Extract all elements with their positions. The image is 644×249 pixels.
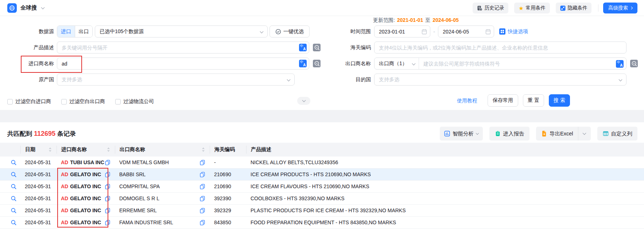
origin-country-select[interactable]: 支持多选	[57, 74, 295, 86]
cell-description: ICE CREAM FLAVOURS - HTS 210690,NO MARKS	[246, 183, 644, 189]
smart-analysis-button[interactable]: 智能分析	[440, 127, 483, 141]
data-source-selected-text: 已选中105个数据源	[100, 28, 144, 35]
copy-icon[interactable]	[200, 220, 205, 225]
table-body: 2024-05-31 ADTUBI USA INC VDM METALS GMB…	[0, 157, 644, 229]
cell-importer: ADTUBI USA INC	[57, 159, 115, 165]
quick-pick-button[interactable]: 一键优选	[269, 25, 310, 37]
app-switch-chevron-down-icon[interactable]	[41, 6, 45, 9]
favorites-button[interactable]: ★ 常用条件	[514, 3, 550, 13]
product-desc-input[interactable]	[57, 42, 309, 54]
table-row[interactable]: 2024-05-31 ADGELATO INC DOMOGEL S R L	[0, 193, 644, 205]
check-circle-icon	[275, 29, 281, 35]
sort-icon[interactable]	[107, 147, 110, 152]
row-detail-button[interactable]	[7, 183, 20, 190]
results-count: 共匹配到 112695 条记录	[7, 130, 76, 138]
translate-icon[interactable]: 中A	[299, 60, 307, 67]
chevron-down-icon	[260, 30, 264, 33]
header-date[interactable]: 日期	[20, 146, 57, 154]
copy-icon[interactable]	[200, 160, 205, 165]
importer-name-rest: GELATO INC	[70, 183, 101, 189]
hs-code-input[interactable]	[374, 42, 626, 54]
quick-options-link[interactable]: 快捷选项	[499, 28, 528, 35]
favorites-label: 常用条件	[526, 5, 546, 11]
row-detail-button[interactable]	[7, 159, 20, 166]
export-excel-label: 导出Excel	[550, 130, 573, 137]
data-source-select[interactable]: 已选中105个数据源	[95, 25, 268, 37]
tutorial-link[interactable]: 使用教程	[457, 98, 477, 104]
exporter-name: VDM METALS GMBH	[119, 159, 169, 165]
end-date-input[interactable]: 2024-06-05	[438, 25, 494, 37]
copy-icon[interactable]	[200, 184, 205, 189]
exporter-name: ERREMME SRL	[119, 208, 157, 213]
app-logo[interactable]	[7, 3, 17, 13]
checkbox-box-icon[interactable]	[7, 99, 13, 104]
filter-checkbox[interactable]: 过滤空白出口商	[61, 98, 105, 105]
form-row-dest-country: 目的国 支持多选	[314, 74, 626, 86]
save-favorite-button[interactable]: 保存常用	[488, 94, 518, 107]
checkbox-label: 过滤物流公司	[123, 98, 154, 105]
exporter-input[interactable]	[419, 61, 626, 67]
enter-report-button[interactable]: 进入报告	[489, 127, 529, 141]
start-date-input[interactable]: 2023-01-01	[374, 25, 430, 37]
tab-export[interactable]: 出口	[75, 26, 92, 37]
copy-icon[interactable]	[105, 196, 110, 201]
cell-exporter: FAMA INDUSTRIE SRL	[115, 220, 210, 225]
sort-icon[interactable]	[49, 147, 52, 152]
table-row[interactable]: 2024-05-31 ADGELATO INC BABBI SRL	[0, 169, 644, 181]
row-detail-button[interactable]	[7, 208, 20, 214]
advanced-search-button[interactable]: 高级搜索	[603, 3, 637, 13]
copy-icon[interactable]	[105, 220, 110, 225]
copy-icon[interactable]	[105, 208, 110, 213]
table-row[interactable]: 2024-05-31 ADTUBI USA INC VDM METALS GMB…	[0, 157, 644, 169]
row-detail-button[interactable]	[7, 195, 20, 202]
history-button[interactable]: 历史记录	[473, 3, 508, 13]
cell-date: 2024-05-31	[20, 159, 57, 165]
exporter-name: BABBI SRL	[119, 171, 146, 177]
filter-checkbox[interactable]: 过滤物流公司	[115, 98, 154, 105]
translate-icon[interactable]: 中A	[616, 60, 624, 68]
reset-button[interactable]: 重 置	[523, 94, 544, 107]
copy-icon[interactable]	[200, 172, 205, 177]
custom-columns-button[interactable]: 自定义列	[597, 127, 637, 141]
search-icon	[11, 183, 17, 190]
export-excel-button[interactable]: 导出Excel	[536, 127, 578, 141]
cell-description: PLASTIC PRODUCTS FOR ICE CREAM - HTS 392…	[246, 208, 644, 213]
row-detail-button[interactable]	[7, 220, 20, 226]
row-detail-button[interactable]	[7, 171, 20, 178]
collapse-form-button[interactable]	[297, 97, 310, 105]
table-row[interactable]: 2024-05-31 ADGELATO INC ERREMME SRL	[0, 205, 644, 217]
copy-icon[interactable]	[105, 160, 110, 165]
checkbox-box-icon[interactable]	[115, 99, 121, 104]
importer-match-highlight: AD	[61, 171, 68, 177]
form-row-origin-country: 原产国 支持多选	[7, 74, 295, 86]
sort-icon[interactable]	[202, 147, 205, 152]
importer-input[interactable]	[57, 58, 309, 70]
cell-date: 2024-05-31	[20, 208, 57, 213]
exporter-type-select[interactable]: 出口商（1）	[375, 58, 419, 69]
importer-name: ADGELATO INC	[61, 220, 101, 225]
export-options-button[interactable]	[578, 127, 590, 141]
table-row[interactable]: 2024-05-31 ADGELATO INC COMPRITAL SPA	[0, 181, 644, 193]
translate-icon[interactable]: 中A	[299, 44, 307, 51]
copy-icon[interactable]	[105, 184, 110, 189]
copy-icon[interactable]	[200, 208, 205, 213]
cell-importer: ADGELATO INC	[57, 195, 115, 201]
copy-icon[interactable]	[105, 172, 110, 177]
table-row[interactable]: 2024-05-31 ADGELATO INC FAMA INDUSTRIE S…	[0, 217, 644, 229]
form-row-hs-code: 海关编码	[314, 42, 626, 54]
copy-icon[interactable]	[200, 196, 205, 201]
exact-match-icon[interactable]	[630, 60, 638, 67]
checkbox-box-icon[interactable]	[61, 99, 67, 104]
tab-import[interactable]: 进口	[57, 26, 75, 37]
search-button[interactable]: 搜 索	[549, 94, 570, 107]
cell-hs-code: 210690	[210, 183, 246, 189]
update-range-line: 更新范围: 2021-01-01 至 2024-06-05	[373, 17, 459, 24]
header-exporter[interactable]: 出口商名称	[115, 146, 210, 154]
hide-conditions-button[interactable]: 隐藏条件	[556, 3, 591, 13]
header-importer-label: 进口商名称	[61, 146, 87, 153]
filter-checkbox[interactable]: 过滤空白进口商	[7, 98, 51, 105]
dest-country-select[interactable]: 支持多选	[374, 74, 626, 86]
origin-country-label: 原产国	[7, 76, 54, 83]
importer-match-highlight: AD	[61, 195, 68, 201]
header-importer[interactable]: 进口商名称	[57, 146, 115, 154]
